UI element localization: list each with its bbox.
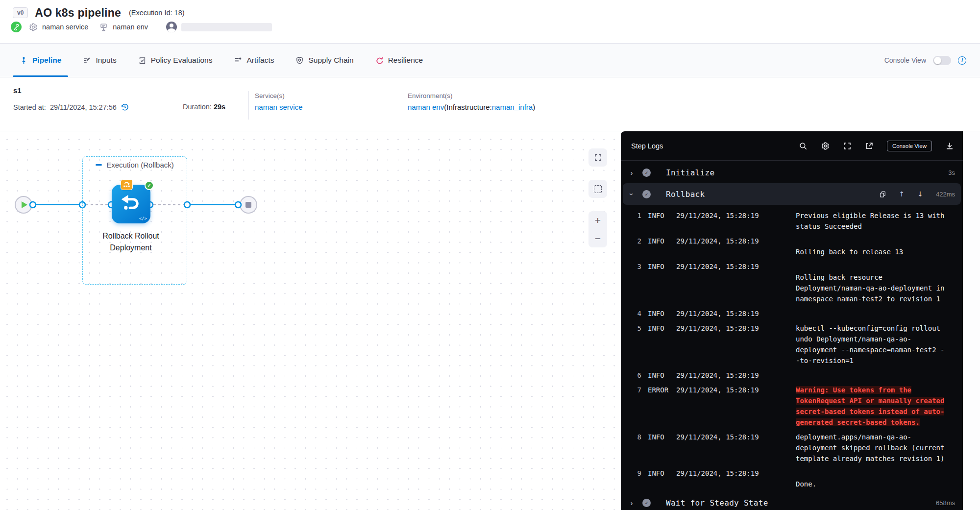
log-message-line (796, 261, 944, 272)
log-line-number: 2 (633, 236, 641, 246)
section-duration: 422ms (936, 191, 955, 198)
log-message-line: kubectl --kubeconfig=config rollout (796, 323, 944, 334)
log-entry: 7 ERROR 29/11/2024, 15:28:19 Warning: Us… (633, 385, 958, 428)
service-link[interactable]: naman service (255, 103, 303, 111)
pipeline-canvas[interactable]: Execution (Rollback) ✓ </> Rollback Roll… (0, 131, 621, 510)
execution-history-icon[interactable] (121, 103, 129, 112)
canvas-select-area-button[interactable] (588, 180, 607, 198)
tab-supply-chain[interactable]: Supply Chain (295, 44, 353, 77)
canvas-zoom-controls: + − (588, 211, 607, 247)
tab-pipeline[interactable]: Pipeline (20, 44, 61, 77)
log-section-wait-for-steady-state[interactable]: › ✓ Wait for Steady State 658ms (621, 493, 963, 510)
log-entry: 8 INFO 29/11/2024, 15:28:19 deployment.a… (633, 432, 958, 464)
section-success-check-icon: ✓ (642, 499, 651, 507)
section-success-check-icon: ✓ (642, 169, 651, 177)
duration-value: 29s (214, 103, 225, 111)
log-message-line: Rolling back resource (796, 272, 944, 283)
tab-resilience[interactable]: Resilience (375, 44, 423, 77)
title-row: v0 AO k8s pipeline (Execution Id: 18) (13, 5, 185, 21)
canvas-fullscreen-button[interactable] (588, 148, 607, 167)
log-timestamp: 29/11/2024, 15:28:19 (676, 210, 760, 221)
policy-evaluations-icon (138, 56, 147, 65)
log-timestamp: 29/11/2024, 15:28:19 (676, 308, 760, 319)
copy-logs-icon[interactable] (879, 191, 886, 198)
console-view-button[interactable]: Console View (887, 141, 932, 151)
infrastructure-link[interactable]: naman_infra (492, 103, 533, 111)
infrastructure-suffix: ) (533, 103, 535, 111)
log-entry: 3 INFO 29/11/2024, 15:28:19 Rolling back… (633, 261, 958, 304)
log-open-in-new-icon[interactable] (865, 142, 874, 150)
step-success-check-icon: ✓ (145, 181, 154, 190)
chevron-right-icon[interactable]: › (628, 169, 636, 177)
section-success-check-icon: ✓ (642, 190, 651, 198)
section-duration: 658ms (936, 499, 955, 507)
log-message-line: deployment.apps/naman-qa-ao- (796, 432, 944, 442)
stage-summary-bar: s1 Started at: 29/11/2024, 15:27:56 Dura… (0, 77, 980, 131)
log-fullscreen-icon[interactable] (843, 142, 852, 150)
log-message: Rolling back to release 13 (796, 236, 903, 257)
log-message-line: Deployment/naman-qa-ao-deployment in (796, 283, 944, 293)
console-view-label: Console View (884, 56, 926, 64)
log-message-line: undo Deployment/naman-qa-ao- (796, 334, 944, 344)
redacted-user-identifier (181, 23, 272, 31)
stage-name[interactable]: s1 (13, 86, 22, 95)
zoom-in-button[interactable]: + (588, 211, 607, 229)
log-message-line: deployment --namespace=naman-test2 - (796, 344, 944, 355)
log-line-number: 3 (633, 261, 641, 272)
log-search-icon[interactable] (799, 142, 808, 150)
rollout-deployment-badge-icon (121, 179, 133, 190)
log-download-icon[interactable] (945, 142, 954, 150)
log-level: INFO (648, 323, 670, 334)
step-node-label-line2: Deployment (82, 242, 180, 254)
supply-chain-icon (295, 56, 304, 65)
rollback-step-node[interactable]: ✓ </> (112, 185, 150, 223)
scroll-to-bottom-icon[interactable]: ↓ (917, 190, 923, 198)
log-message-line (796, 236, 903, 246)
log-message-line (796, 468, 816, 479)
info-icon[interactable]: i (958, 56, 966, 65)
log-entry: 9 INFO 29/11/2024, 15:28:19 Done. (633, 468, 958, 489)
log-timestamp: 29/11/2024, 15:28:19 (676, 385, 760, 395)
section-name: Initialize (666, 168, 714, 177)
chevron-right-icon[interactable]: › (628, 499, 636, 507)
page-scroll-gutter[interactable] (963, 131, 980, 510)
log-message-line: status Succeeded (796, 221, 944, 232)
log-message: Warning: Use tokens from theTokenRequest… (796, 385, 944, 428)
log-timestamp: 29/11/2024, 15:28:19 (676, 370, 760, 381)
log-message-line: Previous eligible Release is 13 with (796, 210, 944, 221)
log-header-icons: Console View (799, 141, 954, 151)
log-message-line: Rolling back to release 13 (796, 246, 903, 257)
log-section-initialize[interactable]: › ✓ Initialize 3s (621, 163, 963, 182)
code-glyph: </> (139, 216, 147, 221)
console-view-toggle[interactable] (933, 56, 951, 65)
log-line-number: 1 (633, 210, 641, 221)
scroll-to-top-icon[interactable]: ↑ (899, 190, 905, 198)
page-header: v0 AO k8s pipeline (Execution Id: 18) na… (0, 0, 980, 43)
log-line-number: 8 (633, 432, 641, 442)
step-node-label: Rollback Rollout Deployment (82, 230, 180, 254)
log-message-line: secret-based tokens instead of auto- (796, 406, 944, 417)
tab-inputs[interactable]: Inputs (83, 44, 116, 77)
chevron-down-icon[interactable]: › (628, 190, 636, 198)
log-line-number: 5 (633, 323, 641, 334)
zoom-out-button[interactable]: − (588, 229, 607, 247)
infrastructure-prefix: (Infrastructure: (444, 103, 492, 111)
environment-line: naman env(Infrastructure:naman_infra) (408, 103, 535, 111)
log-line-number: 9 (633, 468, 641, 479)
header-divider (159, 21, 159, 33)
pipeline-execution-page: v0 AO k8s pipeline (Execution Id: 18) na… (0, 0, 980, 510)
log-timestamp: 29/11/2024, 15:28:19 (676, 236, 760, 246)
log-section-rollback[interactable]: › ✓ Rollback ↑ ↓ 422ms (623, 183, 961, 205)
user-avatar-icon (166, 22, 177, 32)
tab-policy-evaluations[interactable]: Policy Evaluations (138, 44, 213, 77)
console-view-cluster: Console View i (884, 44, 966, 77)
tab-artifacts[interactable]: Artifacts (234, 44, 274, 77)
log-message-line: generated secret-based tokens. (796, 417, 944, 428)
group-title-text: Execution (Rollback) (106, 161, 174, 169)
artifacts-icon (234, 56, 242, 65)
collapse-group-icon[interactable] (96, 164, 102, 166)
log-settings-gear-icon[interactable] (821, 142, 830, 150)
canvas-controls: + − (588, 148, 607, 247)
environment-link[interactable]: naman env (408, 103, 444, 111)
started-at-label: Started at: (13, 103, 46, 111)
